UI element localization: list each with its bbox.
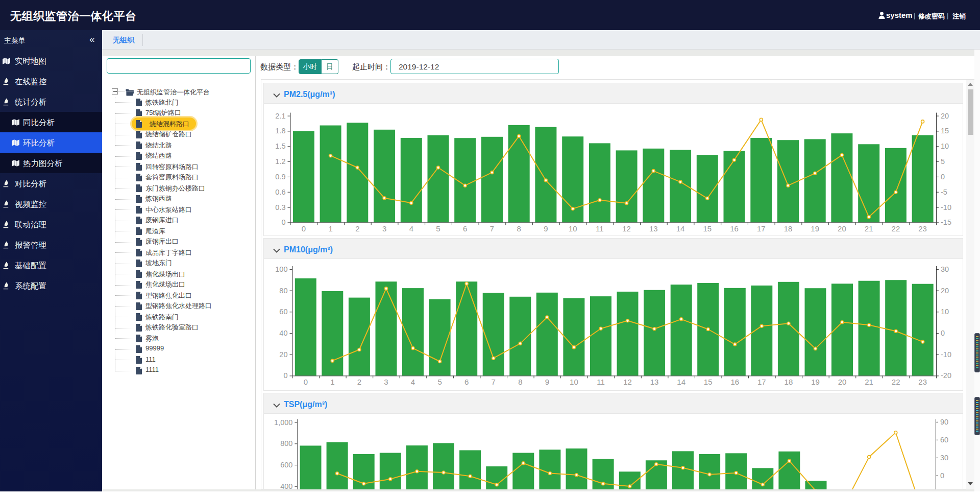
svg-text:23: 23	[918, 378, 927, 386]
svg-text:-20: -20	[941, 371, 951, 380]
svg-text:100: 100	[275, 265, 287, 273]
svg-text:0: 0	[283, 371, 287, 380]
svg-text:6: 6	[463, 224, 467, 233]
svg-text:40: 40	[279, 329, 287, 337]
svg-text:12: 12	[622, 224, 631, 233]
svg-text:15: 15	[704, 378, 713, 386]
svg-text:11: 11	[596, 224, 604, 233]
svg-text:9: 9	[544, 224, 548, 233]
svg-text:4: 4	[411, 378, 415, 386]
svg-text:5: 5	[436, 224, 440, 233]
svg-text:10: 10	[941, 142, 949, 150]
svg-text:9: 9	[545, 378, 549, 386]
svg-text:16: 16	[730, 378, 739, 386]
svg-text:2: 2	[357, 378, 361, 386]
svg-text:20: 20	[838, 224, 846, 233]
svg-text:400: 400	[280, 482, 292, 489]
svg-text:20: 20	[941, 112, 949, 120]
svg-text:1: 1	[328, 224, 332, 233]
svg-text:0.6: 0.6	[275, 188, 285, 196]
svg-text:800: 800	[280, 439, 292, 447]
svg-text:2.1: 2.1	[275, 112, 285, 120]
svg-text:3: 3	[382, 224, 386, 233]
svg-text:1.2: 1.2	[275, 157, 285, 166]
svg-text:21: 21	[865, 224, 873, 233]
svg-text:10: 10	[569, 224, 577, 233]
svg-text:0: 0	[304, 378, 308, 386]
svg-text:16: 16	[730, 224, 739, 233]
svg-text:20: 20	[838, 378, 847, 386]
svg-text:11: 11	[597, 378, 605, 386]
svg-text:60: 60	[940, 436, 948, 444]
svg-text:22: 22	[892, 378, 900, 386]
svg-text:0: 0	[941, 329, 945, 337]
svg-text:19: 19	[811, 224, 819, 233]
svg-text:17: 17	[757, 378, 766, 386]
svg-text:20: 20	[279, 350, 287, 359]
svg-text:-10: -10	[941, 350, 951, 359]
svg-text:22: 22	[892, 224, 900, 233]
svg-text:-5: -5	[941, 188, 947, 196]
svg-text:2: 2	[355, 224, 359, 233]
svg-text:0: 0	[302, 224, 306, 233]
svg-text:20: 20	[941, 287, 949, 295]
svg-text:1.5: 1.5	[275, 142, 285, 150]
svg-text:-15: -15	[941, 218, 951, 226]
svg-text:6: 6	[464, 378, 469, 386]
svg-text:13: 13	[650, 378, 659, 386]
svg-text:4: 4	[409, 224, 413, 233]
svg-text:23: 23	[918, 224, 927, 233]
svg-text:18: 18	[785, 378, 793, 386]
svg-text:7: 7	[492, 378, 496, 386]
svg-text:13: 13	[649, 224, 658, 233]
svg-text:1.8: 1.8	[275, 127, 285, 135]
svg-text:15: 15	[703, 224, 712, 233]
svg-text:90: 90	[940, 418, 948, 426]
svg-text:1,000: 1,000	[274, 418, 292, 427]
svg-text:10: 10	[941, 308, 949, 316]
svg-text:60: 60	[279, 308, 287, 316]
svg-text:8: 8	[517, 224, 521, 233]
svg-text:8: 8	[518, 378, 522, 386]
svg-text:3: 3	[384, 378, 388, 386]
svg-text:18: 18	[784, 224, 793, 233]
svg-text:21: 21	[865, 378, 873, 386]
svg-text:19: 19	[811, 378, 820, 386]
svg-text:14: 14	[677, 378, 685, 386]
svg-text:30: 30	[940, 454, 948, 462]
svg-text:17: 17	[757, 224, 766, 233]
svg-text:600: 600	[280, 461, 292, 469]
svg-text:0: 0	[940, 472, 944, 480]
svg-text:0: 0	[281, 218, 285, 226]
svg-text:5: 5	[437, 378, 442, 386]
svg-text:5: 5	[941, 157, 945, 166]
svg-text:-10: -10	[941, 203, 951, 211]
svg-text:1: 1	[330, 378, 334, 386]
svg-text:7: 7	[490, 224, 494, 233]
svg-text:15: 15	[941, 127, 949, 135]
svg-text:10: 10	[570, 378, 578, 386]
svg-text:14: 14	[676, 224, 685, 233]
svg-text:0: 0	[941, 173, 945, 181]
svg-text:30: 30	[941, 265, 949, 273]
svg-text:0.3: 0.3	[275, 203, 285, 211]
svg-text:0.9: 0.9	[275, 173, 285, 181]
svg-text:12: 12	[623, 378, 632, 386]
svg-text:80: 80	[279, 287, 287, 295]
